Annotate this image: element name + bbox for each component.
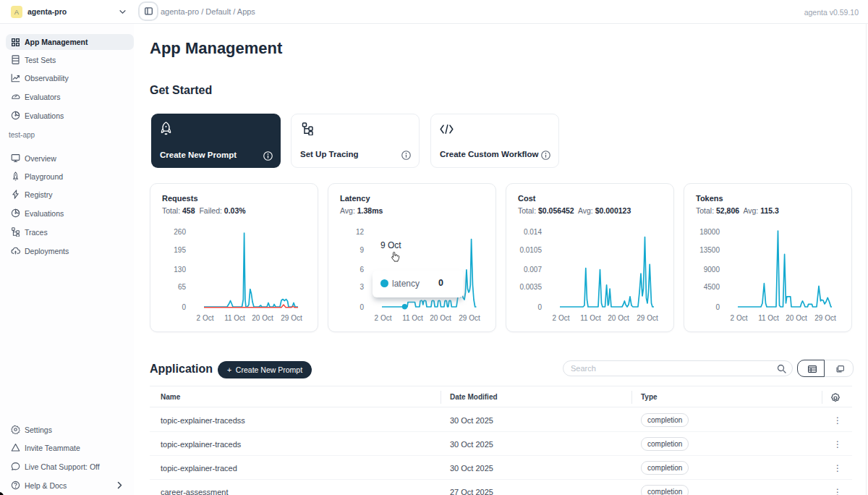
svg-text:0: 0 <box>359 303 364 311</box>
svg-text:2 Oct: 2 Oct <box>553 314 570 322</box>
svg-text:18000: 18000 <box>699 228 720 236</box>
svg-text:0.0105: 0.0105 <box>519 246 542 254</box>
svg-text:3: 3 <box>359 283 364 291</box>
svg-text:11 Oct: 11 Oct <box>758 314 779 322</box>
svg-text:11 Oct: 11 Oct <box>580 314 601 322</box>
svg-text:0: 0 <box>537 303 542 311</box>
svg-text:13500: 13500 <box>699 246 720 254</box>
svg-text:29 Oct: 29 Oct <box>459 314 480 322</box>
svg-text:2 Oct: 2 Oct <box>731 314 748 322</box>
svg-text:65: 65 <box>178 283 187 291</box>
svg-text:0.007: 0.007 <box>524 266 542 274</box>
svg-text:29 Oct: 29 Oct <box>814 314 836 322</box>
svg-text:9: 9 <box>359 246 364 254</box>
svg-text:11 Oct: 11 Oct <box>224 314 245 322</box>
svg-text:12: 12 <box>356 228 365 236</box>
svg-text:20 Oct: 20 Oct <box>252 314 273 322</box>
svg-text:4500: 4500 <box>704 283 720 291</box>
svg-text:6: 6 <box>359 266 364 274</box>
svg-text:260: 260 <box>174 228 186 236</box>
svg-text:29 Oct: 29 Oct <box>637 314 658 322</box>
svg-text:0.0035: 0.0035 <box>519 283 542 291</box>
svg-text:2 Oct: 2 Oct <box>375 314 392 322</box>
svg-text:0.014: 0.014 <box>524 228 542 236</box>
svg-text:9000: 9000 <box>704 266 720 274</box>
svg-text:130: 130 <box>174 266 186 274</box>
svg-text:11 Oct: 11 Oct <box>402 314 423 322</box>
svg-text:195: 195 <box>174 246 186 254</box>
svg-text:20 Oct: 20 Oct <box>786 314 807 322</box>
svg-text:29 Oct: 29 Oct <box>281 314 302 322</box>
svg-text:0: 0 <box>182 303 186 311</box>
svg-text:2 Oct: 2 Oct <box>197 314 214 322</box>
svg-text:0: 0 <box>715 303 720 311</box>
svg-text:20 Oct: 20 Oct <box>430 314 451 322</box>
svg-text:20 Oct: 20 Oct <box>608 314 629 322</box>
